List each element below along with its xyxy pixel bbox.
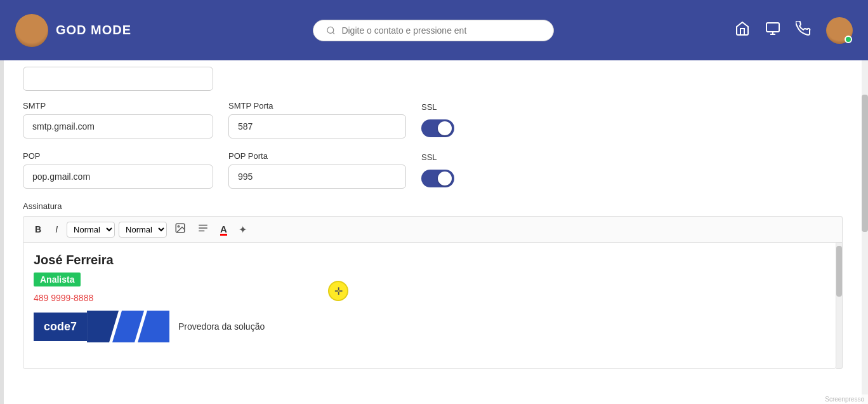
smtp-field-group: SMTP [23, 101, 213, 138]
sig-phone: 489 9999-8888 [34, 293, 823, 303]
font-size-select[interactable]: Normal [119, 222, 167, 238]
smtp-input[interactable] [23, 114, 213, 138]
ssl-group-1: SSL [421, 101, 454, 137]
smtp-porta-input[interactable] [228, 114, 406, 138]
app-header: GOD MODE [0, 0, 868, 60]
top-partial-field [23, 67, 843, 91]
sig-logo-blue: code7 [34, 313, 87, 341]
search-box[interactable] [313, 20, 554, 41]
contacts-icon[interactable] [765, 21, 780, 40]
search-icon [326, 25, 336, 36]
ssl-label-1: SSL [421, 102, 437, 112]
svg-line-1 [332, 32, 334, 34]
insert-image-button[interactable] [171, 220, 190, 238]
partial-input[interactable] [23, 67, 213, 91]
pop-porta-field-group: POP Porta [228, 151, 406, 189]
align-button[interactable] [194, 220, 213, 238]
smtp-label: SMTP [23, 101, 213, 111]
signature-section: Assinatura B I Normal Normal A [23, 201, 843, 369]
smtp-porta-label: SMTP Porta [228, 101, 406, 111]
svg-point-0 [327, 27, 333, 33]
page-scrollbar-thumb [862, 95, 868, 232]
ssl-label-2: SSL [421, 152, 437, 162]
text-color-icon: A [220, 224, 227, 236]
pop-field-group: POP [23, 151, 213, 189]
editor-scrollbar[interactable] [836, 242, 843, 369]
sig-logo-text: code7 [44, 320, 77, 333]
smtp-porta-field-group: SMTP Porta [228, 101, 406, 138]
ssl-toggle-2[interactable] [421, 170, 454, 187]
sig-role-text: Analista [34, 273, 81, 286]
ssl-toggle-knob-2 [438, 172, 452, 185]
pop-label: POP [23, 151, 213, 161]
user-avatar[interactable] [826, 17, 853, 44]
pop-input[interactable] [23, 165, 213, 189]
header-search-container [141, 20, 725, 41]
bold-button[interactable]: B [30, 222, 46, 236]
sig-name: José Ferreira [34, 253, 823, 267]
main-container: SMTP SMTP Porta SSL POP POP Porta [0, 60, 868, 404]
header-icons [735, 17, 853, 44]
magic-button[interactable]: ✦ [235, 222, 251, 238]
phone-icon[interactable] [796, 21, 811, 40]
pop-porta-label: POP Porta [228, 151, 406, 161]
online-status-dot [845, 36, 852, 43]
editor-wrapper: José Ferreira Analista 489 9999-8888 cod… [23, 242, 843, 369]
signature-editor[interactable]: José Ferreira Analista 489 9999-8888 cod… [23, 242, 836, 369]
home-icon[interactable] [735, 21, 750, 40]
paragraph-style-select[interactable]: Normal [67, 222, 115, 238]
text-color-button[interactable]: A [216, 222, 231, 238]
sig-role-badge: Analista [34, 273, 823, 293]
app-title: GOD MODE [56, 23, 131, 37]
svg-rect-2 [766, 23, 779, 32]
sig-provider: Provedora da solução [169, 321, 273, 332]
search-input[interactable] [341, 25, 540, 36]
app-logo-avatar [15, 14, 48, 47]
ssl-group-2: SSL [421, 151, 454, 187]
sig-logo-area: code7 Provedora da solução [34, 311, 823, 342]
pop-row: POP POP Porta SSL [23, 151, 843, 189]
sig-logo-shapes [87, 311, 169, 342]
avatar-face [15, 14, 48, 47]
signature-toolbar: B I Normal Normal A ✦ [23, 216, 843, 242]
smtp-row: SMTP SMTP Porta SSL [23, 101, 843, 138]
header-logo: GOD MODE [15, 14, 131, 47]
ssl-toggle-knob-1 [438, 121, 452, 135]
content-area: SMTP SMTP Porta SSL POP POP Porta [4, 60, 862, 404]
page-scrollbar[interactable] [862, 60, 868, 404]
italic-button[interactable]: I [50, 222, 63, 236]
editor-scrollbar-thumb [836, 246, 842, 297]
assinatura-label: Assinatura [23, 201, 843, 211]
svg-point-6 [178, 226, 179, 227]
ssl-toggle-1[interactable] [421, 119, 454, 137]
watermark: Screenpresso [821, 394, 868, 404]
pop-porta-input[interactable] [228, 165, 406, 189]
